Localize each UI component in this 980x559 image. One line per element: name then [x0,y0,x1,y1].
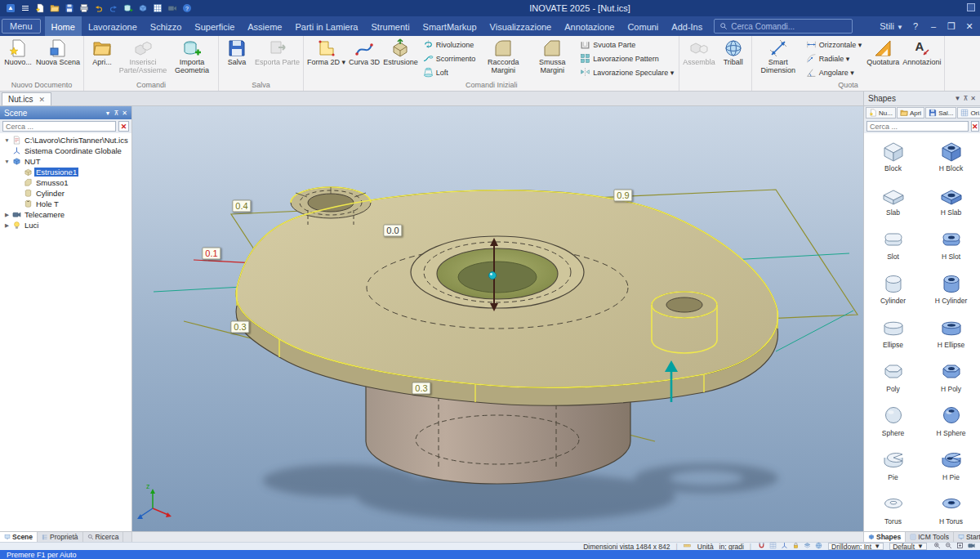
smussa-margini-button[interactable]: Smussa Margini [528,37,577,75]
chevron-down-icon[interactable]: ▼ [955,95,961,102]
qat-import-geometry-button[interactable] [122,2,134,15]
tree-item-telecamere[interactable]: ▶Telecamere [0,209,131,220]
lavorazione-pattern-button[interactable]: Lavorazione Pattern [577,51,677,65]
close-document-icon[interactable]: ✕ [39,96,46,104]
ribbon-tab-superficie[interactable]: Superficie [188,16,241,36]
pin-icon[interactable]: ⊼ [114,110,118,117]
tree-item-sistema-coordinate-globale[interactable]: Sistema Coordinate Globale [0,145,131,156]
forma-2d-button[interactable]: Forma 2D ▾ [305,37,347,67]
qat-help-button[interactable]: ? [181,2,193,15]
ribbon-tab-parti-in-lamiera[interactable]: Parti in Lamiera [288,16,364,36]
ribbon-tab-assieme[interactable]: Assieme [241,16,288,36]
panel-tab-starter[interactable]: Starter [954,532,980,542]
shape-item-h-poly[interactable]: H Poly [922,354,980,398]
ribbon-tab-add-ins[interactable]: Add-Ins [665,16,709,36]
salva-button[interactable]: Salva [220,37,253,67]
right-hole[interactable] [666,297,702,312]
center-point-handle[interactable] [489,272,497,280]
nuovo-button[interactable]: Nuovo... [2,37,34,67]
shapes-toolbar-apri-button[interactable]: Apri [897,107,924,119]
smart-dimension-button[interactable]: Smart Dimension [754,37,803,75]
ribbon-tab-strumenti[interactable]: Strumenti [365,16,416,36]
close-button[interactable]: ✕ [964,21,975,32]
chevron-down-icon[interactable]: ▼ [105,110,111,116]
shape-item-h-cylinder[interactable]: H Cylinder [922,266,980,310]
minimize-button[interactable]: – [928,21,939,31]
qat-part-cube-button[interactable] [137,2,149,15]
tree-item-luci[interactable]: ▶Luci [0,220,131,230]
loft-button[interactable]: Loft [420,65,479,79]
tree-item-c-lavoro-christanner-nut-ics[interactable]: ▼C:\Lavoro\ChrisTanner\Nut.ics [0,135,131,145]
tree-expander-icon[interactable]: ▼ [3,137,11,143]
close-icon[interactable]: ✕ [970,95,976,102]
shape-item-slab[interactable]: Slab [864,177,922,221]
tree-item-estrusione1[interactable]: Estrusione1 [0,167,131,177]
help-button[interactable]: ? [910,21,921,31]
quotatura-button[interactable]: Quotatura [865,37,901,67]
shape-item-h-block[interactable]: H Block [922,133,980,177]
ribbon-tab-smartmarkup[interactable]: SmartMarkup [416,16,483,36]
ribbon-tab-comuni[interactable]: Comuni [621,16,665,36]
qat-menu-button[interactable] [20,2,31,15]
pin-icon[interactable]: ⊼ [963,95,968,102]
shape-item-h-slab[interactable]: H Slab [922,177,980,221]
shape-item-cylinder[interactable]: Cylinder [864,266,922,310]
lavorazione-speculare-button[interactable]: Lavorazione Speculare ▾ [577,65,677,79]
qat-app-button[interactable] [5,2,16,15]
tree-expander-icon[interactable]: ▼ [3,159,11,164]
panel-tab-propriet[interactable]: Proprietà [38,532,83,542]
qat-undo-button[interactable] [93,2,105,15]
panel-tab-icm-tools[interactable]: ICM Tools [906,532,954,542]
estrusione-button[interactable]: Estrusione [381,37,420,67]
qat-print-button[interactable] [78,2,90,15]
shapes-search-input[interactable] [866,121,969,132]
clear-search-icon[interactable]: ✕ [971,121,979,132]
command-search-box[interactable] [714,19,853,34]
dimension-value-5[interactable]: 0.3 [412,382,430,395]
shape-item-h-slot[interactable]: H Slot [922,221,980,266]
window-layout-icon[interactable] [967,3,975,13]
rivoluzione-button[interactable]: Rivoluzione [420,38,479,51]
shapes-toolbar-ori-button[interactable]: Ori... [957,107,980,119]
triball-button[interactable]: Triball [717,37,750,67]
ribbon-tab-annotazione[interactable]: Annotazione [558,16,621,36]
document-tab[interactable]: Nut.ics ✕ [2,92,51,105]
panel-tab-shapes[interactable]: Shapes [864,532,906,542]
dimension-value-4[interactable]: 0.3 [230,321,249,333]
raccorda-margini-button[interactable]: Raccorda Margini [479,37,528,75]
shapes-toolbar-sal-button[interactable]: Sal... [925,107,956,119]
styles-menu[interactable]: Stili ▼ [880,21,903,31]
tree-item-nut[interactable]: ▼NUT [0,156,131,167]
tree-expander-icon[interactable]: ▶ [3,212,11,218]
clear-search-icon[interactable]: ✕ [118,121,129,132]
qat-camera-button[interactable] [167,2,178,15]
qat-open-folder-button[interactable] [49,2,60,15]
left-hole[interactable] [308,194,354,212]
restore-button[interactable]: ❒ [946,21,957,32]
shapes-toolbar-nu-button[interactable]: Nu... [866,107,896,119]
qat-grid-button[interactable] [152,2,163,15]
shape-item-ellipse[interactable]: Ellipse [864,310,922,354]
shape-item-sphere[interactable]: Sphere [864,398,922,442]
viewport-3d[interactable]: z 0.40.90.00.10.30.3 [132,106,863,531]
ribbon-tab-menu[interactable]: Menu [2,19,41,34]
command-search-input[interactable] [731,22,837,31]
style-dropdown[interactable]: Default▼ [889,543,927,550]
nuova-scena-button[interactable]: Nuova Scena [34,37,82,67]
ribbon-tab-visualizzazione[interactable]: Visualizzazione [483,16,559,36]
qat-save-button[interactable] [64,2,75,15]
dimension-value-0[interactable]: 0.4 [232,200,251,212]
inserisci-parte-assieme-button[interactable]: Inserisci Parte/Assieme [118,37,167,75]
importa-geometria-button[interactable]: Importa Geometria [167,37,216,75]
drilldown-dropdown[interactable]: Drilldown: Int▼ [828,543,884,550]
qat-new-doc-button[interactable] [34,2,46,15]
svuota-parte-button[interactable]: Svuota Parte [577,38,677,51]
shape-item-block[interactable]: Block [864,133,922,177]
shape-item-h-sphere[interactable]: H Sphere [922,398,980,442]
radiale-button[interactable]: Radiale ▾ [803,51,866,65]
dimension-value-2[interactable]: 0.0 [383,225,402,237]
assembla-button[interactable]: Assembla [681,37,717,67]
tree-item-cylinder[interactable]: Cylinder [0,188,131,199]
annotazioni-button[interactable]: AAnnotazioni [901,37,942,67]
panel-tab-ricerca[interactable]: Ricerca [83,532,124,542]
